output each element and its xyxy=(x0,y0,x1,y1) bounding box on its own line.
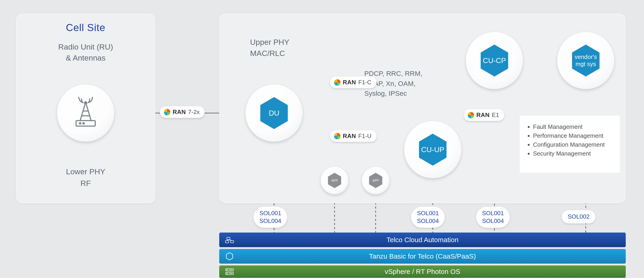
oran-logo-icon xyxy=(468,112,474,118)
oran-logo-icon xyxy=(164,109,170,115)
cell-site-subtitle: Radio Unit (RU) & Antennas xyxy=(16,42,155,63)
cu-up-label: CU-UP xyxy=(421,145,444,154)
vsphere-bar: vSphere / RT Photon OS xyxy=(219,266,626,278)
hexagon-icon: CU-CP xyxy=(478,44,510,76)
oran-f1u-label: F1-U xyxy=(358,132,372,140)
oran-brand: RAN xyxy=(173,108,186,116)
app-node-1: APP xyxy=(321,167,348,194)
vendor-mgt-sys-node: vendor's mgt sys xyxy=(557,32,614,89)
mgmt-item: Security Management xyxy=(533,150,615,157)
du-label: DU xyxy=(269,109,279,118)
rf-label: RF xyxy=(16,178,155,189)
svg-rect-16 xyxy=(226,240,228,243)
sol-vms-line: SOL002 xyxy=(568,213,590,221)
app-label: APP xyxy=(372,179,379,182)
cu-up-node: CU-UP xyxy=(404,121,461,178)
hexagon-icon: vendor's mgt sys xyxy=(570,44,602,76)
app-icon: APP xyxy=(327,173,342,188)
svg-marker-18 xyxy=(226,253,233,260)
cell-site-subtitle-line1: Radio Unit (RU) xyxy=(16,42,155,52)
antenna-icon xyxy=(68,96,103,130)
cu-cp-node: CU-CP xyxy=(466,32,523,89)
vendor-line2: mgt sys xyxy=(576,60,596,68)
oran-logo-icon xyxy=(334,133,340,139)
oran-7-2x-label: 7-2x xyxy=(188,108,200,116)
ru-node xyxy=(57,84,114,142)
cell-site-bottom: Lower PHY RF xyxy=(16,166,155,189)
pdcp-line3: Syslog, IPSec xyxy=(364,88,422,98)
management-list: Fault Management Performance Management … xyxy=(520,115,620,173)
vsphere-label: vSphere / RT Photon OS xyxy=(240,268,626,276)
vendor-label: vendor's mgt sys xyxy=(574,54,597,68)
sol-cuup-line1: SOL001 xyxy=(417,210,439,217)
svg-point-13 xyxy=(80,123,81,124)
oran-e1-label: E1 xyxy=(492,112,499,118)
oran-f1u-pill: RAN F1-U xyxy=(330,130,376,142)
oran-f1c-label: F1-C xyxy=(358,79,372,86)
sol-du-line1: SOL001 xyxy=(260,210,281,217)
hexagon-outline-icon xyxy=(219,252,240,261)
sol-cucp-line2: SOL004 xyxy=(482,217,504,225)
svg-rect-15 xyxy=(227,237,230,240)
sol-cucp-line1: SOL001 xyxy=(482,210,504,217)
oran-logo-icon xyxy=(334,79,340,86)
oran-7-2x-pill: RAN 7-2x xyxy=(160,106,204,118)
sol-label-cucp: SOL001 SOL004 xyxy=(476,207,510,228)
tanzu-bar: Tanzu Basic for Telco (CaaS/PaaS) xyxy=(219,249,626,264)
du-node: DU xyxy=(246,84,302,142)
cell-site-subtitle-line2: & Antennas xyxy=(16,52,155,64)
svg-point-22 xyxy=(227,273,228,274)
mgmt-item: Fault Management xyxy=(533,123,615,130)
cell-site-title: Cell Site xyxy=(16,22,155,33)
upper-phy-label: Upper PHY MAC/RLC xyxy=(250,36,289,59)
tca-label: Telco Cloud Automation xyxy=(240,236,626,244)
oran-e1-pill: RAN E1 xyxy=(464,109,504,121)
mgmt-item: Performance Management xyxy=(533,132,615,139)
svg-point-14 xyxy=(83,123,84,124)
svg-point-21 xyxy=(227,270,228,270)
tanzu-label: Tanzu Basic for Telco (CaaS/PaaS) xyxy=(240,252,626,260)
sol-label-du: SOL001 SOL004 xyxy=(254,207,287,228)
cu-cp-label: CU-CP xyxy=(483,56,506,65)
lower-phy-label: Lower PHY xyxy=(16,166,155,178)
oran-brand: RAN xyxy=(476,112,490,118)
hexagon-icon: DU xyxy=(258,97,290,129)
upper-phy-line2: MAC/RLC xyxy=(250,48,289,59)
sol-cuup-line2: SOL004 xyxy=(417,217,439,225)
server-icon xyxy=(219,268,240,276)
mgmt-item: Configuration Management xyxy=(533,141,615,148)
app-icon: APP xyxy=(368,173,383,188)
app-label: APP xyxy=(331,179,338,182)
sol-du-line2: SOL004 xyxy=(260,217,281,225)
sol-label-vms: SOL002 xyxy=(562,210,595,224)
telco-cloud-automation-bar: Telco Cloud Automation xyxy=(219,232,626,247)
oran-brand: RAN xyxy=(343,132,356,140)
svg-point-11 xyxy=(85,102,87,104)
upper-phy-line1: Upper PHY xyxy=(250,36,289,48)
svg-rect-17 xyxy=(230,240,234,243)
sol-label-cuup: SOL001 SOL004 xyxy=(411,207,445,228)
oran-brand: RAN xyxy=(343,79,356,86)
vendor-line1: vendor's xyxy=(574,54,597,60)
app-node-2: APP xyxy=(362,167,389,194)
cloud-automation-icon xyxy=(219,236,240,244)
oran-f1c-pill: RAN F1-C xyxy=(330,76,376,88)
hexagon-icon: CU-UP xyxy=(417,134,449,166)
